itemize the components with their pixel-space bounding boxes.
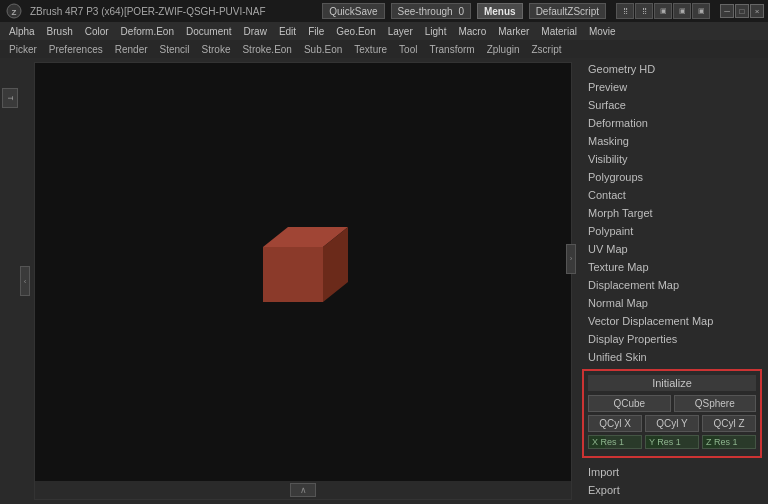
seethrough-button[interactable]: See-through 0 (391, 3, 471, 19)
xres-slider[interactable]: X Res 1 (588, 435, 642, 449)
right-item-unifiedskin[interactable]: Unified Skin (576, 348, 768, 366)
right-item-geometryhd[interactable]: Geometry HD (576, 60, 768, 78)
menu-draw[interactable]: Draw (239, 23, 272, 39)
zbrush-logo: Z (4, 3, 24, 19)
window-minimize[interactable]: ─ (720, 4, 734, 18)
menu-color[interactable]: Color (80, 23, 114, 39)
export-button[interactable]: Export (576, 481, 768, 499)
left-btn-1[interactable]: T (2, 88, 18, 108)
submenu-transform[interactable]: Transform (424, 41, 479, 57)
submenu-picker[interactable]: Picker (4, 41, 42, 57)
submenu-stencil[interactable]: Stencil (155, 41, 195, 57)
toolbar-icon-4[interactable]: ▣ (673, 3, 691, 19)
title-bar: Z ZBrush 4R7 P3 (x64)[POER-ZWIF-QSGH-PUV… (0, 0, 768, 22)
init-row-1: QCube QSphere (588, 395, 756, 412)
toolbar-icon-3[interactable]: ▣ (654, 3, 672, 19)
menu-material[interactable]: Material (536, 23, 582, 39)
qcyly-button[interactable]: QCyl Y (645, 415, 699, 432)
submenu-preferences[interactable]: Preferences (44, 41, 108, 57)
main-layout: T ‹ ∧ › Geometry HD Preview Surface Defo… (0, 58, 768, 504)
submenu-stroke[interactable]: Stroke (197, 41, 236, 57)
left-panel: T (0, 58, 20, 504)
menu-brush[interactable]: Brush (42, 23, 78, 39)
init-row-3: X Res 1 Y Res 1 Z Res 1 (588, 435, 756, 449)
menu-bar: Alpha Brush Color Deform.Eon Document Dr… (0, 22, 768, 40)
submenu-texture[interactable]: Texture (349, 41, 392, 57)
yres-slider[interactable]: Y Res 1 (645, 435, 699, 449)
zres-slider[interactable]: Z Res 1 (702, 435, 756, 449)
window-maximize[interactable]: □ (735, 4, 749, 18)
submenu-render[interactable]: Render (110, 41, 153, 57)
submenu-tool[interactable]: Tool (394, 41, 422, 57)
right-item-surface[interactable]: Surface (576, 96, 768, 114)
right-item-vectordisplacement[interactable]: Vector Displacement Map (576, 312, 768, 330)
svg-marker-2 (263, 247, 323, 302)
menu-geoeon[interactable]: Geo.Eon (331, 23, 380, 39)
menu-movie[interactable]: Movie (584, 23, 621, 39)
window-close[interactable]: × (750, 4, 764, 18)
import-button[interactable]: Import (576, 463, 768, 481)
right-item-displayproperties[interactable]: Display Properties (576, 330, 768, 348)
menu-marker[interactable]: Marker (493, 23, 534, 39)
svg-text:Z: Z (12, 8, 17, 17)
toolbar-icon-1[interactable]: ⣿ (616, 3, 634, 19)
right-item-masking[interactable]: Masking (576, 132, 768, 150)
canvas-scroll-down[interactable]: ∧ (290, 483, 316, 497)
qsphere-button[interactable]: QSphere (674, 395, 757, 412)
submenu-strokeeon[interactable]: Stroke.Eon (237, 41, 296, 57)
canvas-area[interactable]: ∧ (34, 62, 572, 500)
left-side-arrow[interactable]: ‹ (20, 266, 30, 296)
menu-file[interactable]: File (303, 23, 329, 39)
right-item-normalmap[interactable]: Normal Map (576, 294, 768, 312)
3d-cube (243, 217, 363, 327)
right-item-deformation[interactable]: Deformation (576, 114, 768, 132)
right-item-polygroups[interactable]: Polygroups (576, 168, 768, 186)
right-panel: Geometry HD Preview Surface Deformation … (576, 58, 768, 504)
menu-alpha[interactable]: Alpha (4, 23, 40, 39)
quicksave-button[interactable]: QuickSave (322, 3, 384, 19)
title-text: ZBrush 4R7 P3 (x64)[POER-ZWIF-QSGH-PUVI-… (30, 6, 316, 17)
submenu-zscript[interactable]: Zscript (526, 41, 566, 57)
menu-edit[interactable]: Edit (274, 23, 301, 39)
toolbar-icon-5[interactable]: ▣ (692, 3, 710, 19)
right-item-contact[interactable]: Contact (576, 186, 768, 204)
menu-layer[interactable]: Layer (383, 23, 418, 39)
right-side-arrow[interactable]: › (566, 244, 576, 274)
qcylz-button[interactable]: QCyl Z (702, 415, 756, 432)
menu-deformeon[interactable]: Deform.Eon (116, 23, 179, 39)
submenu-subeon[interactable]: Sub.Eon (299, 41, 347, 57)
menu-macro[interactable]: Macro (453, 23, 491, 39)
right-item-visibility[interactable]: Visibility (576, 150, 768, 168)
right-item-displacementmap[interactable]: Displacement Map (576, 276, 768, 294)
menus-button[interactable]: Menus (477, 3, 523, 19)
init-row-2: QCyl X QCyl Y QCyl Z (588, 415, 756, 432)
qcube-button[interactable]: QCube (588, 395, 671, 412)
defaultzscript-button[interactable]: DefaultZScript (529, 3, 606, 19)
right-item-preview[interactable]: Preview (576, 78, 768, 96)
initialize-header[interactable]: Initialize (588, 375, 756, 391)
menu-document[interactable]: Document (181, 23, 237, 39)
sub-menu-bar: Picker Preferences Render Stencil Stroke… (0, 40, 768, 58)
initialize-section: Initialize QCube QSphere QCyl X QCyl Y Q… (582, 369, 762, 458)
canvas-bottom-bar: ∧ (35, 481, 571, 499)
right-item-polypaint[interactable]: Polypaint (576, 222, 768, 240)
right-item-texturemap[interactable]: Texture Map (576, 258, 768, 276)
toolbar-icon-2[interactable]: ⣿ (635, 3, 653, 19)
submenu-zplugin[interactable]: Zplugin (482, 41, 525, 57)
right-item-uvmap[interactable]: UV Map (576, 240, 768, 258)
qcylx-button[interactable]: QCyl X (588, 415, 642, 432)
menu-light[interactable]: Light (420, 23, 452, 39)
right-item-morphtarget[interactable]: Morph Target (576, 204, 768, 222)
